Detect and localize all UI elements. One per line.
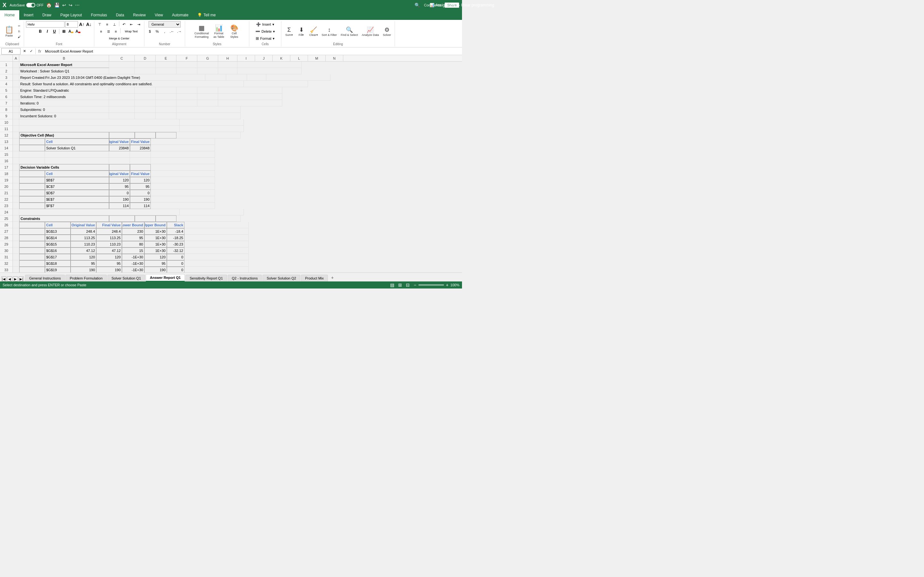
row-num-14[interactable]: 14 [0, 145, 13, 151]
cell-d25[interactable] [135, 215, 156, 222]
cell-e31[interactable]: 120 [96, 254, 122, 260]
cell-b2[interactable]: Worksheet : Solver Solution Q1 [19, 68, 109, 74]
cell-rest-24[interactable] [180, 209, 244, 215]
cell-e8[interactable] [156, 106, 176, 113]
cell-e6[interactable] [156, 93, 176, 100]
cell-e33[interactable]: 190 [96, 267, 122, 272]
cell-a13[interactable] [13, 139, 19, 145]
row-num-18[interactable]: 18 [0, 171, 13, 177]
cell-b30[interactable] [19, 247, 45, 254]
cell-rest-32[interactable] [184, 260, 249, 267]
cell-g6[interactable] [197, 93, 218, 100]
cell-e12[interactable] [156, 132, 176, 139]
cell-a26[interactable] [13, 222, 19, 228]
cell-rest-26[interactable] [184, 222, 249, 228]
more-button[interactable]: ⋯ [74, 2, 80, 8]
cell-rest-17[interactable] [151, 164, 215, 171]
cell-a9[interactable] [13, 113, 19, 119]
home-button[interactable]: 🏠 [45, 2, 52, 8]
cell-c12[interactable] [109, 132, 135, 139]
cell-a17[interactable] [13, 164, 19, 171]
formula-confirm-button[interactable]: ✓ [29, 49, 34, 53]
cell-rest-10[interactable] [180, 119, 244, 126]
cell-c14[interactable]: Solver Solution Q1 [45, 145, 109, 151]
align-bottom-button[interactable]: ⊥ [111, 21, 118, 27]
underline-button[interactable]: U [51, 28, 58, 35]
number-format-select[interactable]: General Number Currency [149, 21, 181, 27]
cell-f31[interactable]: -1E+30 [122, 254, 144, 260]
cell-a4[interactable] [13, 81, 19, 87]
cell-d22[interactable]: 190 [109, 196, 130, 203]
cell-a19[interactable] [13, 177, 19, 183]
row-num-1[interactable]: 1 [0, 61, 13, 68]
align-center-button[interactable]: ☰ [105, 28, 112, 35]
cell-f29[interactable]: 80 [122, 241, 144, 247]
analyze-data-button[interactable]: 📈 Analyze Data [360, 25, 381, 37]
row-num-30[interactable]: 30 [0, 247, 13, 254]
font-increase-button[interactable]: A↑ [79, 21, 85, 27]
sheet-nav-first[interactable]: |◀ [1, 276, 6, 282]
row-num-4[interactable]: 4 [0, 81, 13, 87]
row-num-9[interactable]: 9 [0, 113, 13, 119]
row-num-6[interactable]: 6 [0, 93, 13, 100]
cell-rest-8[interactable] [176, 106, 241, 113]
cell-c1[interactable] [109, 61, 135, 68]
sheet-nav-next[interactable]: ▶ [13, 276, 18, 282]
cell-e17[interactable] [130, 164, 151, 171]
fill-button[interactable]: ⬇ Fill▾ [296, 25, 307, 37]
cell-g32[interactable]: 95 [144, 260, 167, 267]
tab-view[interactable]: View [150, 10, 168, 20]
undo-button[interactable]: ↩ [61, 2, 67, 8]
cell-c22[interactable]: $E$7 [45, 196, 109, 203]
clear-button[interactable]: 🧹 Clear▾ [308, 25, 320, 37]
cell-f27[interactable]: 230 [122, 228, 144, 235]
cell-e1[interactable] [156, 61, 176, 68]
row-num-5[interactable]: 5 [0, 87, 13, 93]
col-header-l[interactable]: L [290, 55, 308, 61]
cell-c6[interactable] [109, 93, 135, 100]
cell-rest-2[interactable] [237, 68, 302, 74]
cell-rest-33[interactable] [184, 267, 249, 272]
cell-e25[interactable] [156, 215, 176, 222]
cell-b8[interactable]: Subproblems: 0 [19, 106, 109, 113]
sheet-nav-last[interactable]: ▶| [19, 276, 24, 282]
cell-rest-1[interactable] [237, 61, 302, 68]
cell-a32[interactable] [13, 260, 19, 267]
cell-b25[interactable]: Constraints [19, 215, 109, 222]
align-left-button[interactable]: ≡ [97, 28, 105, 35]
cell-e26[interactable]: Final Value [96, 222, 122, 228]
cell-c28[interactable]: $G$14 [45, 235, 71, 241]
cut-button[interactable]: ✂ [16, 23, 22, 29]
cell-a3[interactable] [13, 74, 19, 81]
cell-a21[interactable] [13, 190, 19, 196]
row-num-19[interactable]: 19 [0, 177, 13, 183]
cell-b17[interactable]: Decision Variable Cells [19, 164, 109, 171]
sum-button[interactable]: Σ Sum▾ [283, 26, 295, 37]
cell-e32[interactable]: 95 [96, 260, 122, 267]
cell-b28[interactable] [19, 235, 45, 241]
cell-b27[interactable] [19, 228, 45, 235]
cell-rest-3[interactable] [266, 74, 330, 81]
col-header-n[interactable]: N [326, 55, 343, 61]
row-num-23[interactable]: 23 [0, 203, 13, 209]
italic-button[interactable]: I [44, 28, 51, 35]
format-cells-button[interactable]: ⊞ Format ▾ [254, 35, 276, 42]
cell-g27[interactable]: 1E+30 [144, 228, 167, 235]
cell-rest-18[interactable] [151, 171, 215, 177]
cell-h29[interactable]: -30.23 [167, 241, 184, 247]
zoom-out-button[interactable]: − [413, 282, 417, 288]
row-num-21[interactable]: 21 [0, 190, 13, 196]
sheet-nav-prev[interactable]: ◀ [7, 276, 12, 282]
cell-b23[interactable] [19, 203, 45, 209]
text-direction-button[interactable]: ↶ [120, 21, 128, 27]
wrap-text-button[interactable]: Wrap Text [121, 28, 141, 35]
sheet-tab-solver-solution-q1[interactable]: Solver Solution Q1 [107, 275, 145, 282]
cell-rest-22[interactable] [151, 196, 215, 203]
row-num-2[interactable]: 2 [0, 68, 13, 74]
row-num-22[interactable]: 22 [0, 196, 13, 203]
cell-b19[interactable] [19, 177, 45, 183]
cell-d23[interactable]: 114 [109, 203, 130, 209]
search-icon[interactable]: 🔍 [414, 2, 421, 8]
col-header-f[interactable]: F [176, 55, 197, 61]
cell-d30[interactable]: 47.12 [71, 247, 96, 254]
